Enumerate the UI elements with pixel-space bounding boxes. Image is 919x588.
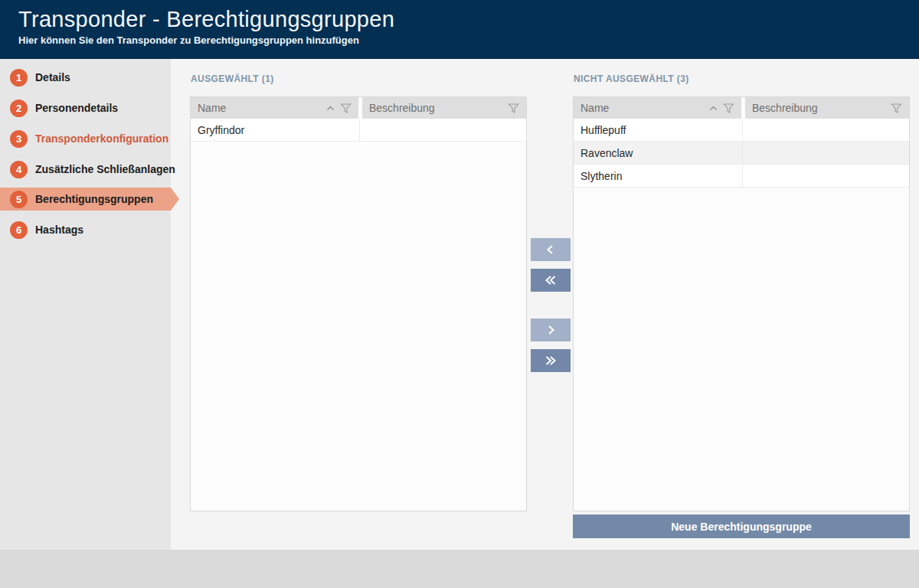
table-row-ravenclaw[interactable]: Ravenclaw <box>574 142 909 165</box>
column-label: Name <box>581 102 609 114</box>
column-label: Beschreibung <box>752 102 818 114</box>
move-to-unselected-button[interactable] <box>531 318 571 341</box>
selected-section-label: AUSGEWÄHLT (1) <box>191 74 274 84</box>
unselected-table-header: Name Beschreibung <box>574 97 909 119</box>
group-name-cell: Slytherin <box>574 165 743 187</box>
double-chevron-left-icon <box>543 274 558 286</box>
step-2-label: Personendetails <box>35 102 118 114</box>
filter-icon[interactable] <box>508 103 519 114</box>
sidebar-item-details[interactable]: 1 Details <box>0 66 171 89</box>
move-to-selected-button[interactable] <box>531 238 571 261</box>
sort-ascending-icon <box>326 106 335 111</box>
step-2-badge: 2 <box>10 100 28 117</box>
unselected-name-column-header[interactable]: Name <box>574 97 741 119</box>
page-title: Transponder - Berechtigungsgruppen <box>0 0 919 32</box>
sort-ascending-icon <box>709 106 718 111</box>
step-5-badge: 5 <box>10 191 28 208</box>
selected-table-header: Name Beschreibung <box>191 97 526 119</box>
double-chevron-right-icon <box>543 354 558 367</box>
step-1-badge: 1 <box>10 69 28 87</box>
step-3-badge: 3 <box>10 130 28 148</box>
group-name-cell: Ravenclaw <box>574 142 743 164</box>
filter-icon[interactable] <box>340 103 352 114</box>
unselected-description-column-header[interactable]: Beschreibung <box>745 97 909 119</box>
move-all-to-unselected-button[interactable] <box>531 349 571 372</box>
table-row-gryffindor[interactable]: Gryffindor <box>191 119 526 142</box>
wizard-steps-sidebar: 1 Details 2 Personendetails 3 Transponde… <box>0 59 171 550</box>
unselected-section-label: NICHT AUSGEWÄHLT (3) <box>574 74 689 84</box>
step-4-label: Zusätzliche Schließanlagen <box>35 163 175 175</box>
step-3-label: Transponderkonfiguration <box>35 132 168 145</box>
step-6-label: Hashtags <box>35 224 83 236</box>
step-1-label: Details <box>35 71 70 83</box>
wizard-header: Transponder - Berechtigungsgruppen Hier … <box>0 0 919 59</box>
group-description-cell <box>360 119 526 141</box>
selected-description-column-header[interactable]: Beschreibung <box>362 97 526 119</box>
page-subtitle: Hier können Sie den Transponder zu Berec… <box>0 32 919 46</box>
active-step-arrow <box>171 188 179 211</box>
chevron-left-icon <box>544 243 558 256</box>
sidebar-item-hashtags[interactable]: 6 Hashtags <box>0 218 171 241</box>
step-6-badge: 6 <box>10 221 28 239</box>
column-label: Beschreibung <box>369 102 435 114</box>
sidebar-item-zusaetzliche-schliessanlagen[interactable]: 4 Zusätzliche Schließanlagen <box>0 158 171 181</box>
group-description-cell <box>743 142 909 164</box>
group-name-cell: Hufflepuff <box>574 119 743 141</box>
new-authorization-group-button[interactable]: Neue Berechtigungsgruppe <box>573 514 910 538</box>
sidebar-item-personendetails[interactable]: 2 Personendetails <box>0 96 171 119</box>
chevron-right-icon <box>544 324 558 336</box>
unselected-groups-table: Name Beschreibung Hufflepuff Ravenclaw S… <box>573 96 910 511</box>
step-4-badge: 4 <box>10 161 28 178</box>
column-label: Name <box>198 102 226 114</box>
sidebar-item-berechtigungsgruppen[interactable]: 5 Berechtigungsgruppen <box>0 188 171 211</box>
step-5-label: Berechtigungsgruppen <box>35 193 153 205</box>
table-row-slytherin[interactable]: Slytherin <box>574 165 909 188</box>
group-description-cell <box>743 165 909 187</box>
group-name-cell: Gryffindor <box>191 119 360 141</box>
sidebar-item-transponderkonfiguration[interactable]: 3 Transponderkonfiguration <box>0 127 171 150</box>
filter-icon[interactable] <box>723 103 734 114</box>
selected-groups-table: Name Beschreibung Gryffindor <box>190 96 527 511</box>
group-description-cell <box>743 119 909 141</box>
table-row-hufflepuff[interactable]: Hufflepuff <box>574 119 909 142</box>
move-all-to-selected-button[interactable] <box>531 269 571 292</box>
footer-bar: Weiteres Objekt erstellen < Zurück Weite… <box>0 550 919 588</box>
filter-icon[interactable] <box>891 103 902 114</box>
selected-name-column-header[interactable]: Name <box>191 97 358 119</box>
